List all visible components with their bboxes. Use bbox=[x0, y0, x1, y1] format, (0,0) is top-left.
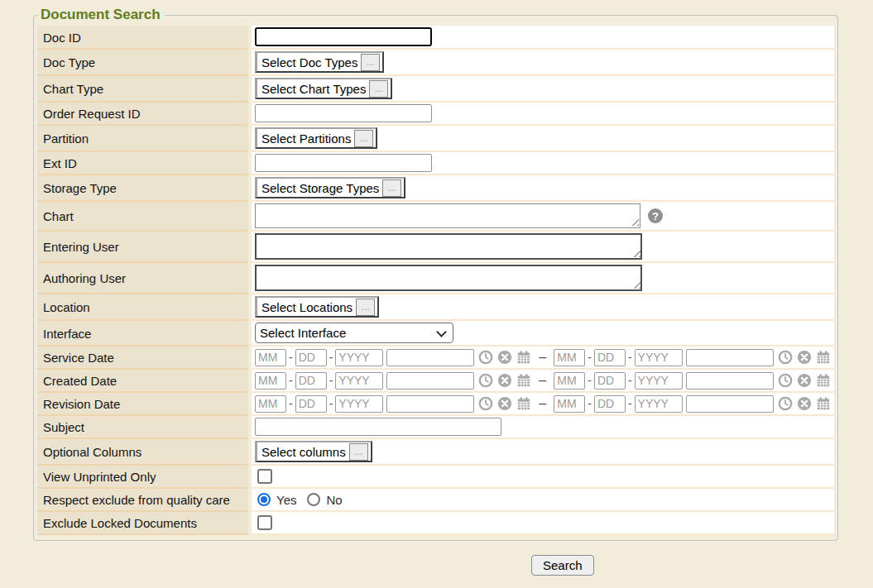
date-separator: - bbox=[588, 397, 592, 410]
ellipsis-button[interactable]: ... bbox=[361, 54, 380, 71]
revision-date-to-day-input[interactable] bbox=[594, 395, 626, 413]
date-range-separator: – bbox=[539, 373, 546, 388]
calendar-icon[interactable] bbox=[816, 396, 831, 411]
created-date-from-day-input[interactable] bbox=[295, 372, 327, 390]
revision-date-to-month-input[interactable] bbox=[554, 395, 585, 413]
field-label: Doc ID bbox=[37, 26, 248, 50]
clear-icon[interactable] bbox=[797, 373, 812, 388]
date-separator: - bbox=[289, 351, 293, 364]
doc-type-picker[interactable]: Select Doc Types ... bbox=[255, 51, 384, 73]
created-date-to-year-input[interactable] bbox=[635, 372, 683, 390]
created-date-from-time-input[interactable] bbox=[386, 372, 474, 390]
clock-icon[interactable] bbox=[778, 350, 793, 365]
row-revision-date: Revision Date - - – - - bbox=[37, 393, 834, 416]
form-legend: Document Search bbox=[39, 7, 165, 23]
clock-icon[interactable] bbox=[478, 350, 493, 365]
quality-care-yes-radio[interactable] bbox=[257, 493, 271, 506]
field-label: Chart Type bbox=[37, 76, 248, 103]
clock-icon[interactable] bbox=[478, 396, 493, 411]
optional-columns-picker[interactable]: Select columns ... bbox=[255, 441, 372, 462]
row-order-request-id: Order Request ID bbox=[37, 103, 834, 126]
revision-date-from-day-input[interactable] bbox=[295, 395, 327, 413]
date-range-separator: – bbox=[539, 350, 546, 365]
row-service-date: Service Date - - – - - bbox=[37, 347, 834, 370]
field-label: View Unprinted Only bbox=[37, 466, 248, 489]
service-date-to-year-input[interactable] bbox=[635, 349, 683, 366]
field-label: Created Date bbox=[37, 370, 248, 393]
calendar-icon[interactable] bbox=[516, 396, 531, 411]
ellipsis-button[interactable]: ... bbox=[354, 130, 373, 147]
field-label: Location bbox=[37, 294, 248, 321]
revision-date-from-time-input[interactable] bbox=[386, 395, 474, 413]
revision-date-to-time-input[interactable] bbox=[686, 395, 774, 413]
subject-input[interactable] bbox=[255, 418, 501, 436]
doc-id-input[interactable] bbox=[255, 27, 432, 46]
row-location: Location Select Locations ... bbox=[37, 294, 834, 321]
row-subject: Subject bbox=[37, 416, 834, 439]
date-separator: - bbox=[329, 351, 333, 364]
service-date-to-month-input[interactable] bbox=[554, 349, 585, 366]
created-date-to-day-input[interactable] bbox=[594, 372, 626, 390]
service-date-from-year-input[interactable] bbox=[335, 349, 383, 366]
row-storage-type: Storage Type Select Storage Types ... bbox=[37, 175, 834, 202]
created-date-to-time-input[interactable] bbox=[686, 372, 774, 390]
chart-textarea[interactable] bbox=[255, 203, 640, 228]
ellipsis-button[interactable]: ... bbox=[369, 80, 388, 98]
picker-text: Select Doc Types bbox=[261, 55, 357, 69]
radio-label-yes: Yes bbox=[276, 493, 296, 507]
service-date-from-time-input[interactable] bbox=[386, 349, 474, 366]
picker-text: Select Chart Types bbox=[261, 82, 366, 96]
ellipsis-button[interactable]: ... bbox=[356, 299, 375, 316]
row-entering-user: Entering User bbox=[37, 232, 834, 263]
ellipsis-button[interactable]: ... bbox=[382, 179, 401, 197]
row-view-unprinted-only: View Unprinted Only bbox=[37, 466, 834, 489]
help-icon[interactable]: ? bbox=[648, 208, 663, 223]
service-date-to-time-input[interactable] bbox=[686, 349, 774, 366]
row-doc-id: Doc ID bbox=[37, 26, 834, 50]
clock-icon[interactable] bbox=[478, 373, 493, 388]
created-date-to-month-input[interactable] bbox=[554, 372, 585, 390]
clear-icon[interactable] bbox=[497, 373, 512, 388]
clock-icon[interactable] bbox=[778, 373, 793, 388]
clock-icon[interactable] bbox=[778, 396, 793, 411]
exclude-locked-documents-checkbox[interactable] bbox=[257, 515, 272, 530]
ellipsis-button[interactable]: ... bbox=[349, 443, 368, 461]
calendar-icon[interactable] bbox=[816, 350, 831, 365]
entering-user-textarea[interactable] bbox=[255, 233, 642, 260]
interface-select[interactable]: Select Interface bbox=[255, 323, 453, 343]
date-range-separator: – bbox=[539, 396, 546, 411]
clear-icon[interactable] bbox=[797, 350, 812, 365]
date-separator: - bbox=[628, 374, 632, 387]
calendar-icon[interactable] bbox=[516, 373, 531, 388]
partition-picker[interactable]: Select Partitions ... bbox=[255, 127, 377, 149]
clear-icon[interactable] bbox=[497, 350, 512, 365]
search-button[interactable]: Search bbox=[531, 555, 594, 576]
view-unprinted-only-checkbox[interactable] bbox=[257, 469, 272, 484]
authoring-user-textarea[interactable] bbox=[255, 265, 642, 291]
clear-icon[interactable] bbox=[797, 396, 812, 411]
date-separator: - bbox=[588, 351, 592, 364]
storage-type-picker[interactable]: Select Storage Types ... bbox=[255, 177, 405, 198]
date-separator: - bbox=[329, 397, 333, 410]
revision-date-from-year-input[interactable] bbox=[335, 395, 383, 413]
service-date-from-day-input[interactable] bbox=[295, 349, 327, 366]
date-separator: - bbox=[588, 374, 592, 387]
date-separator: - bbox=[289, 374, 293, 387]
revision-date-to-year-input[interactable] bbox=[635, 395, 683, 413]
calendar-icon[interactable] bbox=[516, 350, 531, 365]
order-request-id-input[interactable] bbox=[255, 104, 432, 122]
calendar-icon[interactable] bbox=[816, 373, 831, 388]
clear-icon[interactable] bbox=[497, 396, 512, 411]
quality-care-no-radio[interactable] bbox=[307, 493, 320, 506]
created-date-from-year-input[interactable] bbox=[335, 372, 383, 390]
location-picker[interactable]: Select Locations ... bbox=[255, 296, 379, 318]
row-interface: Interface Select Interface bbox=[37, 321, 834, 347]
field-label: Interface bbox=[37, 321, 248, 347]
chart-type-picker[interactable]: Select Chart Types ... bbox=[255, 78, 392, 99]
created-date-from-month-input[interactable] bbox=[255, 372, 286, 390]
ext-id-input[interactable] bbox=[255, 154, 432, 172]
revision-date-from-month-input[interactable] bbox=[255, 395, 286, 413]
service-date-to-day-input[interactable] bbox=[594, 349, 626, 366]
row-doc-type: Doc Type Select Doc Types ... bbox=[37, 50, 834, 76]
service-date-from-month-input[interactable] bbox=[255, 349, 286, 366]
